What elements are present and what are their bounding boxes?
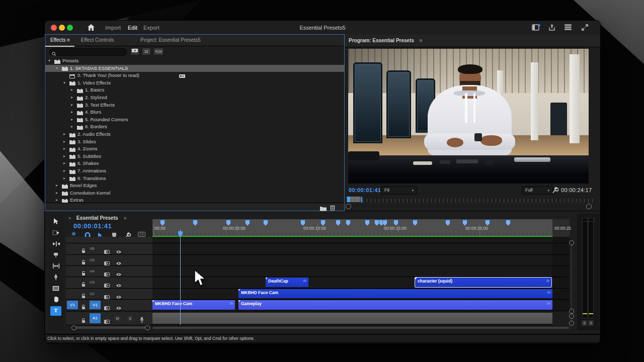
scrubber-right-handle[interactable] — [586, 204, 592, 209]
tree-expand-icon[interactable]: ▸ — [71, 109, 73, 116]
program-current-timecode[interactable]: 00:00:01:41 — [349, 187, 381, 193]
timeline-ruler[interactable]: :00:0000:00:05:0000:00:10:0000:00:15:000… — [152, 219, 552, 237]
tree-expand-icon[interactable]: ▸ — [71, 86, 73, 94]
tree-item-1-sktadas-essentials[interactable]: ▾1. SKTADAS ESSENTIALS — [45, 65, 344, 72]
track-select-a1[interactable]: A1 — [90, 313, 101, 323]
tree-expand-icon[interactable]: ▸ — [63, 153, 65, 160]
tab-effects[interactable]: Effects ≡ — [45, 35, 74, 47]
content-h-scrollbar[interactable] — [152, 327, 569, 329]
tree-item-bevel-edges[interactable]: ▸Bevel Edges — [45, 182, 344, 190]
sequence-marker[interactable] — [506, 220, 511, 226]
tab-effect-controls[interactable]: Effect Controls — [76, 35, 119, 46]
track-lane-v5[interactable] — [152, 255, 552, 266]
scrollbar-knob[interactable] — [569, 321, 574, 326]
track-lane-v4[interactable] — [152, 266, 552, 277]
clip-mkbhd-face-cam[interactable]: MKBHD Face Camfx — [152, 300, 235, 310]
tree-item-5-rounded-corners[interactable]: ▸5. Rounded Corners — [45, 116, 344, 124]
scrollbar-knob[interactable] — [569, 309, 574, 314]
ripple-edit-tool[interactable] — [50, 240, 61, 249]
insert-overwrite-icon[interactable] — [104, 303, 110, 312]
razor-tool[interactable] — [50, 251, 61, 260]
tree-item-2-stylized[interactable]: ▸2. Stylized — [45, 94, 344, 102]
track-select-v2[interactable]: V2 — [90, 292, 95, 296]
track-lock-icon[interactable] — [82, 292, 86, 301]
tree-expand-icon[interactable]: ▸ — [56, 190, 58, 197]
tree-item-3-slides[interactable]: ▸3. Slides — [45, 138, 344, 146]
home-icon[interactable] — [87, 24, 95, 33]
track-lock-icon[interactable] — [82, 246, 86, 255]
tree-expand-icon[interactable]: ▸ — [71, 94, 73, 102]
fx-badge[interactable]: fx — [546, 279, 549, 283]
nav-edit[interactable]: Edit — [128, 21, 137, 36]
share-icon[interactable] — [548, 24, 556, 32]
track-lock-icon[interactable] — [82, 269, 86, 278]
hand-tool[interactable] — [50, 295, 61, 305]
close-icon[interactable]: × — [68, 216, 71, 221]
tab-project[interactable]: Project: Essential Presets5 — [135, 35, 206, 46]
clip-character-squid[interactable]: character (squid)fx — [415, 278, 551, 287]
tree-item-7-animations[interactable]: ▸7. Animations — [45, 167, 344, 175]
track-lane-v7[interactable] — [152, 237, 552, 243]
solo-track-button[interactable]: S — [127, 316, 133, 321]
track-select-v5[interactable]: V5 — [90, 258, 95, 262]
sequence-marker[interactable] — [193, 220, 198, 226]
tree-item-6-shakes[interactable]: ▸6. Shakes — [45, 160, 344, 167]
tree-item-8-transitions[interactable]: ▸8. Transitions — [45, 175, 344, 183]
close-window-button[interactable] — [51, 25, 57, 31]
sequence-marker[interactable] — [413, 220, 418, 226]
tree-expand-icon[interactable]: ▸ — [63, 160, 65, 167]
maximize-window-button[interactable] — [67, 25, 73, 31]
tree-item-2-audio-effects[interactable]: ▸2. Audio Effects — [45, 131, 344, 138]
track-lock-icon[interactable] — [82, 280, 86, 289]
sequence-marker[interactable] — [160, 220, 165, 226]
scrubber-left-handle[interactable] — [346, 204, 351, 209]
fx-badge[interactable]: fx — [547, 301, 550, 306]
sequence-marker[interactable] — [374, 220, 379, 226]
tree-item-extras[interactable]: ▸Extras — [45, 197, 344, 203]
yuv-badge[interactable]: YUV — [154, 48, 163, 55]
workspaces-menu-icon[interactable] — [564, 24, 573, 32]
sequence-marker[interactable] — [336, 220, 341, 226]
zoom-level-select[interactable]: Fit▾ — [381, 186, 417, 195]
clip-gameplay[interactable]: Gameplayfx — [238, 300, 552, 310]
tree-item-3-text-effects[interactable]: ▸3. Text Effects — [45, 102, 344, 109]
tree-item-presets[interactable]: ▾Presets — [45, 57, 344, 65]
fx-badge[interactable]: fx — [303, 279, 306, 283]
sequence-marker[interactable] — [320, 220, 326, 226]
scrollbar-knob[interactable] — [71, 325, 76, 330]
track-select-v3[interactable]: V3 — [90, 280, 95, 285]
audio-clip[interactable] — [152, 313, 552, 324]
tree-expand-icon[interactable]: ▸ — [63, 145, 65, 153]
tree-expand-icon[interactable]: ▸ — [63, 131, 65, 138]
selection-tool[interactable] — [50, 218, 61, 227]
timeline-timecode[interactable]: 00:00:01:41 — [73, 222, 112, 230]
sequence-tab[interactable]: × Essential Presets ≡ — [68, 213, 126, 220]
sequence-marker[interactable] — [462, 220, 467, 226]
sequence-marker[interactable] — [263, 220, 268, 226]
source-patch-v1[interactable]: V1 — [67, 301, 78, 309]
panel-menu-icon[interactable]: ≡ — [124, 216, 126, 221]
pen-tool[interactable] — [50, 273, 61, 283]
scrollbar-knob[interactable] — [569, 240, 574, 245]
effects-search-input[interactable] — [49, 48, 127, 56]
track-lane-v6[interactable] — [152, 243, 552, 255]
tree-expand-icon[interactable]: ▸ — [71, 102, 73, 109]
playhead-line[interactable] — [180, 229, 181, 325]
slip-tool[interactable] — [50, 262, 61, 272]
track-lock-icon[interactable] — [82, 303, 86, 312]
captions-icon[interactable]: CC — [138, 232, 145, 237]
track-lock-icon[interactable] — [82, 316, 86, 325]
sequence-marker[interactable] — [245, 220, 250, 226]
sequence-marker[interactable] — [485, 220, 490, 226]
track-lock-icon[interactable] — [82, 258, 86, 267]
type-tool[interactable]: T — [50, 306, 61, 316]
tree-item-4-zooms[interactable]: ▸4. Zooms — [45, 145, 344, 153]
track-select-v1[interactable]: V1 — [90, 301, 101, 309]
tree-expand-icon[interactable]: ▸ — [71, 123, 73, 131]
sequence-marker[interactable] — [382, 220, 387, 226]
voiceover-record-icon[interactable] — [140, 316, 144, 325]
fullscreen-icon[interactable] — [581, 24, 590, 32]
track-select-forward-tool[interactable] — [50, 229, 61, 238]
sequence-marker[interactable] — [226, 220, 231, 226]
minimize-window-button[interactable] — [59, 25, 65, 31]
